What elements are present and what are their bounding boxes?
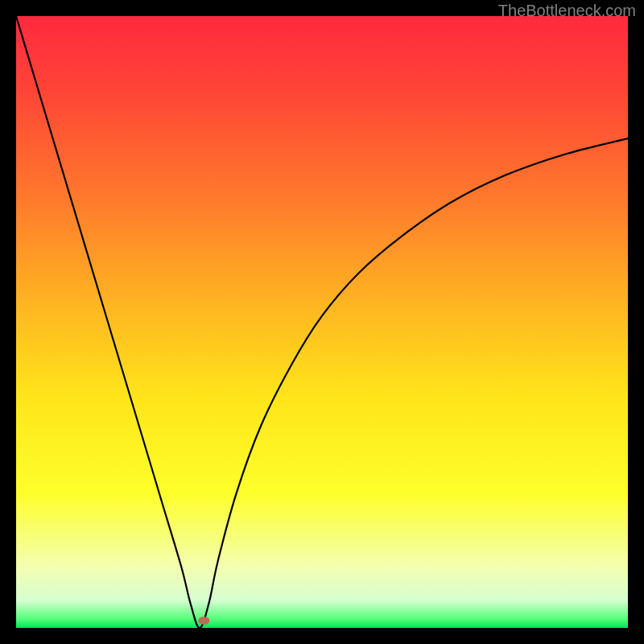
plot-area: [16, 16, 628, 628]
watermark-text: TheBottleneck.com: [498, 2, 636, 20]
chart-container: TheBottleneck.com: [0, 0, 644, 644]
chart-svg: [16, 16, 628, 628]
optimal-point-marker: [198, 617, 209, 625]
